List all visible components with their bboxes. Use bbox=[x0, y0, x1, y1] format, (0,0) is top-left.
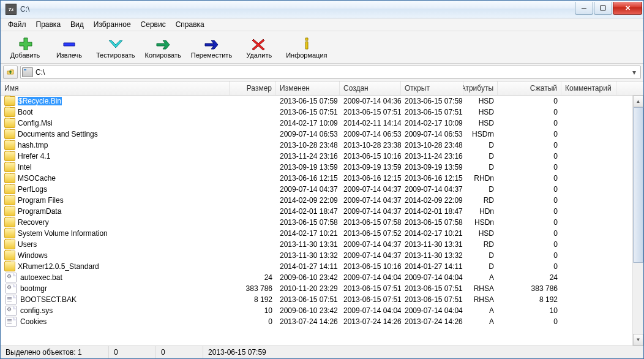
maximize-button[interactable]: ☐ bbox=[594, 2, 612, 15]
menu-item[interactable]: Вид bbox=[66, 19, 89, 30]
cell-name: bootmgr bbox=[1, 283, 230, 294]
col-created[interactable]: Создан bbox=[340, 81, 401, 95]
cell-name: Recovery bbox=[1, 217, 230, 228]
scroll-up-button[interactable]: ▲ bbox=[633, 96, 643, 107]
cell-name: hash.tmp bbox=[1, 140, 230, 151]
minimize-button[interactable]: ─ bbox=[575, 2, 593, 15]
up-button[interactable] bbox=[3, 66, 18, 79]
test-button[interactable]: Тестировать bbox=[91, 32, 140, 63]
table-row[interactable]: Hrefer 4.12013-11-24 23:162013-06-15 10:… bbox=[1, 151, 632, 162]
cell-size bbox=[230, 151, 276, 162]
folder-icon bbox=[4, 151, 15, 161]
col-attrs[interactable]: Атрибуты bbox=[463, 81, 498, 95]
file-name: Cookies bbox=[20, 317, 47, 326]
table-row[interactable]: Recovery2013-06-15 07:582013-06-15 07:58… bbox=[1, 217, 632, 228]
info-button[interactable]: Информация bbox=[281, 32, 332, 63]
path-box[interactable]: C:\ ▾ bbox=[20, 66, 641, 79]
cell-comm bbox=[561, 305, 616, 316]
table-row[interactable]: hash.tmp2013-10-28 23:482013-10-28 23:38… bbox=[1, 140, 632, 151]
folder-icon bbox=[4, 118, 15, 128]
col-modified[interactable]: Изменен bbox=[276, 81, 340, 95]
col-packed[interactable]: Сжатый bbox=[498, 81, 561, 95]
table-row[interactable]: ProgramData2014-02-01 18:472009-07-14 04… bbox=[1, 206, 632, 217]
cell-cre: 2009-07-14 04:37 bbox=[340, 206, 401, 217]
path-text: C:\ bbox=[36, 68, 45, 77]
cell-opn: 2009-07-14 06:53 bbox=[401, 129, 463, 140]
menu-item[interactable]: Справка bbox=[171, 19, 209, 30]
folder-icon bbox=[4, 262, 15, 271]
table-row[interactable]: System Volume Information2014-02-17 10:2… bbox=[1, 228, 632, 239]
file-list[interactable]: $Recycle.Bin2013-06-15 07:592009-07-14 0… bbox=[1, 96, 632, 346]
cell-opn: 2009-07-14 04:37 bbox=[401, 184, 463, 195]
cell-name: PerfLogs bbox=[1, 184, 230, 195]
cell-size bbox=[230, 173, 276, 184]
menu-item[interactable]: Избранное bbox=[89, 19, 136, 30]
table-row[interactable]: MSOCache2013-06-16 12:152013-06-16 12:15… bbox=[1, 173, 632, 184]
cell-opn: 2014-02-17 10:09 bbox=[401, 118, 463, 129]
menu-item[interactable]: Правка bbox=[31, 19, 66, 30]
cell-attr: D bbox=[463, 184, 498, 195]
table-row[interactable]: Users2013-11-30 13:312009-07-14 04:37201… bbox=[1, 239, 632, 250]
add-icon bbox=[17, 37, 33, 50]
cell-comm bbox=[561, 206, 616, 217]
cell-cre: 2013-06-16 12:15 bbox=[340, 173, 401, 184]
scroll-track[interactable] bbox=[633, 107, 643, 334]
cell-mod: 2013-11-24 23:16 bbox=[276, 151, 340, 162]
table-row[interactable]: Windows2013-11-30 13:322009-07-14 04:372… bbox=[1, 250, 632, 261]
col-comment[interactable]: Комментарий bbox=[561, 81, 616, 95]
cell-opn: 2013-11-30 13:32 bbox=[401, 250, 463, 261]
toolbar-label: Информация bbox=[286, 51, 327, 59]
extract-button[interactable]: Извлечь bbox=[47, 32, 91, 63]
cell-pack: 0 bbox=[498, 107, 561, 118]
vertical-scrollbar[interactable]: ▲ ▼ bbox=[632, 96, 643, 346]
table-row[interactable]: Cookies02013-07-24 14:262013-07-24 14:26… bbox=[1, 316, 632, 327]
table-row[interactable]: PerfLogs2009-07-14 04:372009-07-14 04:37… bbox=[1, 184, 632, 195]
table-row[interactable]: Config.Msi2014-02-17 10:092014-02-11 14:… bbox=[1, 118, 632, 129]
copy-button[interactable]: Копировать bbox=[140, 32, 186, 63]
menu-item[interactable]: Файл bbox=[3, 19, 31, 30]
col-opened[interactable]: Открыт bbox=[401, 81, 463, 95]
menu-item[interactable]: Сервис bbox=[136, 19, 171, 30]
file-name: Boot bbox=[18, 108, 33, 116]
title-bar[interactable]: 7z C:\ ─ ☐ ✕ bbox=[1, 1, 643, 18]
add-button[interactable]: Добавить bbox=[3, 32, 47, 63]
table-row[interactable]: Boot2013-06-15 07:512013-06-15 07:512013… bbox=[1, 107, 632, 118]
cell-size bbox=[230, 228, 276, 239]
cell-comm bbox=[561, 316, 616, 327]
table-row[interactable]: $Recycle.Bin2013-06-15 07:592009-07-14 0… bbox=[1, 96, 632, 107]
cell-cre: 2009-07-14 04:37 bbox=[340, 184, 401, 195]
table-row[interactable]: bootmgr383 7862010-11-20 23:292013-06-15… bbox=[1, 283, 632, 294]
file-icon bbox=[6, 317, 17, 327]
cell-attr: HDn bbox=[463, 206, 498, 217]
col-size[interactable]: Размер bbox=[230, 81, 276, 95]
cell-mod: 2014-02-09 22:09 bbox=[276, 195, 340, 206]
file-name: Users bbox=[18, 240, 37, 249]
cell-name: Intel bbox=[1, 162, 230, 173]
table-row[interactable]: autoexec.bat242009-06-10 23:422009-07-14… bbox=[1, 272, 632, 283]
cell-opn: 2014-02-17 10:21 bbox=[401, 228, 463, 239]
table-row[interactable]: BOOTSECT.BAK8 1922013-06-15 07:512013-06… bbox=[1, 294, 632, 305]
cell-cre: 2013-06-15 10:16 bbox=[340, 261, 401, 272]
scroll-down-button[interactable]: ▼ bbox=[633, 334, 643, 346]
close-button[interactable]: ✕ bbox=[613, 2, 642, 15]
path-dropdown-icon[interactable]: ▾ bbox=[629, 68, 639, 77]
cell-opn: 2013-06-15 07:59 bbox=[401, 96, 463, 107]
delete-button[interactable]: Удалить bbox=[237, 32, 281, 63]
drive-icon bbox=[22, 67, 33, 77]
table-row[interactable]: config.sys102009-06-10 23:422009-07-14 0… bbox=[1, 305, 632, 316]
table-row[interactable]: XRumer12.0.5_Standard2014-01-27 14:11201… bbox=[1, 261, 632, 272]
table-row[interactable]: Documents and Settings2009-07-14 06:5320… bbox=[1, 129, 632, 140]
toolbar-label: Удалить bbox=[246, 51, 272, 59]
move-button[interactable]: Переместить bbox=[186, 32, 237, 63]
file-icon bbox=[6, 284, 17, 293]
cell-attr: A bbox=[463, 316, 498, 327]
table-row[interactable]: Intel2013-09-19 13:592013-09-19 13:59201… bbox=[1, 162, 632, 173]
table-row[interactable]: Program Files2014-02-09 22:092009-07-14 … bbox=[1, 195, 632, 206]
folder-icon bbox=[4, 140, 15, 150]
cell-name: Boot bbox=[1, 107, 230, 118]
scroll-thumb[interactable] bbox=[633, 107, 643, 263]
file-name: MSOCache bbox=[18, 174, 56, 183]
cell-attr: RD bbox=[463, 195, 498, 206]
col-name[interactable]: Имя bbox=[1, 81, 230, 95]
file-name: config.sys bbox=[20, 306, 53, 315]
